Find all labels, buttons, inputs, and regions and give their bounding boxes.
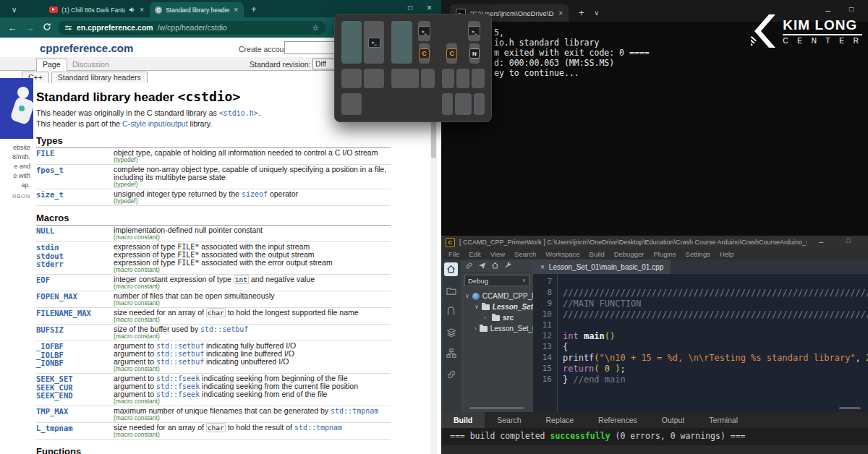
snap-zone[interactable] <box>456 69 469 88</box>
snap-zone[interactable]: C <box>446 43 457 64</box>
symbol-link[interactable]: FOPEN_MAX <box>36 291 114 307</box>
snap-zone[interactable]: N <box>469 43 480 64</box>
snap-zone[interactable] <box>391 93 412 115</box>
terminal-tab-dropdown[interactable]: ∨ <box>595 9 600 17</box>
hierarchy-view-icon[interactable] <box>444 346 458 360</box>
menu-plugins[interactable]: Plugins <box>653 250 676 258</box>
snap-zone[interactable] <box>472 69 485 88</box>
panel-tab-output[interactable]: Output <box>650 412 697 428</box>
wrench-icon[interactable] <box>504 262 512 270</box>
tab-discussion[interactable]: Discussion <box>72 60 109 69</box>
home-icon[interactable] <box>491 262 499 270</box>
editor-tab[interactable]: × Lesson_Set_01\main_basic_01.cpp <box>533 260 671 274</box>
terminal-maximize-button[interactable]: □ <box>849 5 854 13</box>
new-tab-button[interactable]: + <box>251 4 257 14</box>
tree-chevron-icon[interactable]: ∨ <box>475 304 479 310</box>
link-editor-icon[interactable] <box>465 262 473 270</box>
symbol-link[interactable]: size_t <box>36 189 114 205</box>
menu-view[interactable]: View <box>490 250 505 258</box>
panel-tab-terminal[interactable]: Terminal <box>697 412 750 428</box>
snap-zone[interactable]: >_ <box>468 21 480 41</box>
close-tab-button[interactable]: × <box>233 6 239 14</box>
tree-item-lesson_set_02[interactable]: ›Lesson_Set_02 <box>461 323 533 334</box>
panel-tab-references[interactable]: References <box>586 412 650 428</box>
browser-maximize-button[interactable]: □ <box>408 4 412 12</box>
folder-view-icon[interactable] <box>444 283 458 297</box>
menu-edit[interactable]: Edit <box>469 250 480 258</box>
create-account-link[interactable]: Create account <box>239 45 290 53</box>
send-icon[interactable] <box>478 262 486 270</box>
menu-build[interactable]: Build <box>590 250 605 258</box>
snap-layout-option[interactable]: C>_N <box>442 21 485 64</box>
audio-playing-icon[interactable] <box>129 7 135 13</box>
snap-layout-option[interactable]: >_C <box>391 21 434 64</box>
forward-button[interactable]: → <box>23 22 36 33</box>
ide-maximize-button[interactable]: □ <box>847 237 851 244</box>
snap-zone[interactable] <box>421 69 435 88</box>
snap-zone[interactable]: >_ <box>418 21 430 41</box>
bookmark-star-icon[interactable]: ☆ <box>312 23 319 33</box>
snap-zone[interactable] <box>341 69 362 88</box>
tab-page[interactable]: Page <box>36 59 67 72</box>
menu-debugger[interactable]: Debugger <box>614 250 644 258</box>
snap-zone[interactable] <box>442 93 453 115</box>
snap-zone[interactable] <box>391 69 419 88</box>
ide-minimize-button[interactable]: – <box>819 237 823 246</box>
symbol-link[interactable]: L_tmpnam <box>36 423 114 439</box>
browser-tab-youtube[interactable]: (1) Chill 80s Dark Fanta × <box>44 2 150 17</box>
snap-zone[interactable] <box>364 93 384 115</box>
snap-zone[interactable]: C <box>419 43 430 64</box>
tree-item-lesson_set_01[interactable]: ∨Lesson_Set_01 <box>461 301 533 312</box>
menu-search[interactable]: Search <box>514 250 536 258</box>
snap-zone[interactable] <box>474 93 485 115</box>
symbol-link[interactable]: stdin stdout stderr <box>36 242 114 274</box>
snap-zone[interactable] <box>455 93 472 115</box>
symbol-link[interactable]: NULL <box>36 226 114 241</box>
close-tab-button[interactable]: × <box>558 9 563 17</box>
code-area[interactable]: 78//////////////////////////////////////… <box>533 274 868 385</box>
snap-zone[interactable]: >_ <box>364 21 384 64</box>
snap-zone[interactable]: >_N <box>464 21 485 64</box>
snap-zone[interactable] <box>341 93 362 115</box>
snap-layout-option[interactable]: >_ <box>341 21 384 64</box>
address-bar[interactable]: en.cppreference.com /w/cpp/header/cstdio… <box>58 21 326 35</box>
snap-zone[interactable]: >_C <box>414 21 435 64</box>
symbol-link[interactable]: fpos_t <box>36 165 114 189</box>
panel-tab-search[interactable]: Search <box>485 412 533 428</box>
breadcrumb-headers[interactable]: Standard library headers <box>51 72 148 83</box>
close-icon[interactable]: × <box>540 263 545 271</box>
browser-tab-cppreference[interactable]: C Standard library header <cstdio × <box>150 2 244 17</box>
symbol-link[interactable]: SEEK_SET SEEK_CUR SEEK_END <box>36 374 114 406</box>
symbol-link[interactable]: FILE <box>36 148 114 164</box>
snap-layout-option[interactable] <box>442 69 485 88</box>
snap-layout-option[interactable] <box>341 93 384 115</box>
build-config-select[interactable]: Debug ∨ <box>464 275 529 286</box>
link-view-icon[interactable] <box>444 367 458 381</box>
menu-settings[interactable]: Settings <box>686 250 710 258</box>
back-button[interactable]: ← <box>6 22 19 33</box>
menu-file[interactable]: File <box>448 250 459 258</box>
tree-chevron-icon[interactable]: › <box>484 314 489 321</box>
menu-help[interactable]: Help <box>720 250 734 258</box>
tree-item-src[interactable]: ›src <box>461 312 533 323</box>
sidebar-ad[interactable]: ebsite 8/mth. e and e with ap. RBON <box>0 78 33 200</box>
snap-zone[interactable] <box>391 21 412 64</box>
tree-chevron-icon[interactable]: ∨ <box>465 293 469 299</box>
snap-layout-option[interactable] <box>442 93 485 115</box>
sidebar-hscrollbar[interactable] <box>469 407 524 409</box>
snap-zone[interactable] <box>442 69 455 88</box>
snap-zone[interactable]: C <box>442 21 462 64</box>
home-view-icon[interactable] <box>444 262 458 276</box>
snap-zone[interactable] <box>341 21 362 64</box>
reload-button[interactable] <box>41 22 54 33</box>
close-tab-button[interactable]: × <box>139 6 145 14</box>
new-terminal-tab-button[interactable]: + <box>579 7 584 18</box>
snap-zone[interactable] <box>414 93 435 115</box>
symbol-link[interactable]: FILENAME_MAX <box>36 308 114 324</box>
tree-item-ccamd_cpp_prin[interactable]: ∨CCAMD_CPP_Prin <box>461 291 533 301</box>
editor-hscrollbar[interactable] <box>839 407 861 409</box>
snap-zone[interactable] <box>364 69 384 88</box>
layers-view-icon[interactable] <box>444 325 458 339</box>
tab-search-button[interactable]: ∨ <box>12 6 17 14</box>
columns-view-icon[interactable] <box>444 304 458 318</box>
